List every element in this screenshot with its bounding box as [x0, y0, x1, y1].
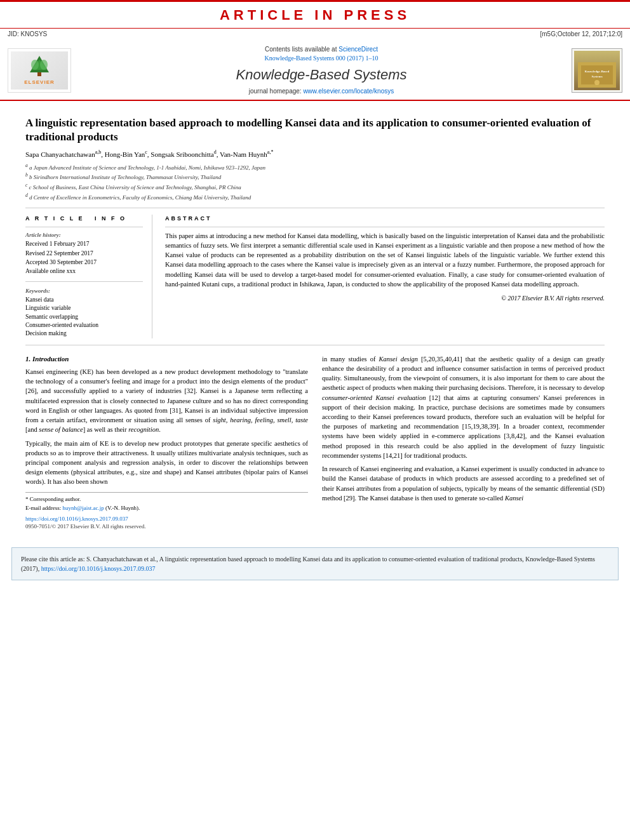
copyright-line: © 2017 Elsevier B.V. All rights reserved… [165, 294, 605, 303]
sciencedirect-link[interactable]: ScienceDirect [338, 46, 378, 53]
article-info-col: A R T I C L E I N F O Article history: R… [25, 215, 152, 338]
svg-point-3 [31, 60, 39, 70]
intro-para-2: Typically, the main aim of KE is to deve… [25, 439, 308, 487]
separator-2 [25, 345, 605, 345]
body-content: 1. Introduction Kansei engineering (KE) … [25, 354, 605, 531]
citation-line: Knowledge-Based Systems 000 (2017) 1–10 [79, 54, 564, 63]
citation-box: Please cite this article as: S. Chanyach… [11, 547, 619, 580]
paper-title: A linguistic representation based approa… [25, 116, 605, 144]
keyword-2: Linguistic variable [25, 304, 143, 312]
contents-prefix: Contents lists available at [265, 46, 338, 53]
journal-name: Knowledge-Based Systems [79, 65, 564, 85]
license-line: 0950-7051/© 2017 Elsevier B.V. All right… [25, 523, 308, 531]
intro-para-4: In research of Kansei engineering and ev… [322, 464, 605, 503]
svg-point-9 [594, 80, 600, 85]
body-two-col: 1. Introduction Kansei engineering (KE) … [25, 354, 605, 531]
elsevier-logo: ELSEVIER [8, 48, 71, 93]
journal-logo-icon: Knowledge-Based Systems [578, 62, 616, 88]
citation-doi-link[interactable]: https://doi.org/10.1016/j.knosys.2017.09… [41, 565, 156, 572]
keyword-5: Decision making [25, 330, 143, 338]
journal-homepage: journal homepage: www.elsevier.com/locat… [79, 87, 564, 96]
journal-title-center: Contents lists available at ScienceDirec… [79, 45, 564, 96]
separator-1 [25, 208, 605, 208]
journal-header: ELSEVIER Contents lists available at Sci… [0, 40, 630, 101]
abstract-separator [165, 227, 605, 227]
doi-link[interactable]: https://doi.org/10.1016/j.knosys.2017.09… [25, 516, 128, 522]
email-suffix: (V.-N. Huynh). [105, 505, 140, 511]
banner-title: ARTICLE IN PRESS [0, 6, 630, 25]
footnote-area: * Corresponding author. E-mail address: … [25, 492, 308, 512]
abstract-text: This paper aims at introducing a new met… [165, 231, 605, 289]
aff-b: b b Sirindhorn International Institute o… [25, 172, 605, 182]
keyword-3: Semantic overlapping [25, 313, 143, 321]
elsevier-logo-inner: ELSEVIER [11, 51, 68, 90]
svg-rect-0 [37, 72, 41, 76]
journal-logo-right: Knowledge-Based Systems [572, 48, 622, 93]
authors-line: Sapa Chanyachatchawana,b, Hong-Bin Yanc,… [25, 149, 605, 160]
homepage-prefix: journal homepage: [249, 88, 304, 95]
accepted-date: Accepted 30 September 2017 [25, 258, 143, 267]
page: ARTICLE IN PRESS JID: KNOSYS [m5G;Octobe… [0, 0, 630, 840]
jid-line: JID: KNOSYS [m5G;October 12, 2017;12:0] [0, 29, 630, 40]
jid-label: JID: KNOSYS [8, 30, 47, 39]
keywords-separator [25, 281, 143, 282]
elsevier-tree-icon [23, 55, 55, 77]
intro-para-3: in many studies of Kansei design [5,20,3… [322, 354, 605, 460]
elsevier-text: ELSEVIER [24, 79, 55, 86]
email-link[interactable]: huynh@jaist.ac.jp [62, 505, 104, 511]
intro-para-1: Kansei engineering (KE) has been develop… [25, 367, 308, 435]
homepage-link[interactable]: www.elsevier.com/locate/knosys [303, 88, 394, 95]
revised-date: Revised 22 September 2017 [25, 250, 143, 258]
keyword-1: Kansei data [25, 296, 143, 304]
abstract-col: ABSTRACT This paper aims at introducing … [165, 215, 605, 338]
aff-a: a a Japan Advanced Institute of Science … [25, 163, 605, 172]
footnote-email-line: E-mail address: huynh@jaist.ac.jp (V.-N.… [25, 504, 308, 512]
contents-line: Contents lists available at ScienceDirec… [79, 45, 564, 54]
body-col-right: in many studies of Kansei design [5,20,3… [322, 354, 605, 531]
article-history-label: Article history: [25, 231, 143, 239]
section1-heading: 1. Introduction [25, 354, 308, 364]
abstract-section-label: ABSTRACT [165, 215, 605, 223]
svg-point-4 [40, 60, 48, 70]
affiliations: a a Japan Advanced Institute of Science … [25, 163, 605, 201]
footnote-corresponding: * Corresponding author. [25, 495, 308, 503]
email-label: E-mail address: [25, 505, 61, 511]
meta-label: [m5G;October 12, 2017;12:0] [540, 30, 622, 39]
paper-content: A linguistic representation based approa… [0, 101, 630, 537]
keywords-label: Keywords: [25, 287, 143, 295]
received-date: Received 1 February 2017 [25, 240, 143, 248]
aff-d: d d Centre of Excellence in Econometrics… [25, 192, 605, 202]
authors-text: Sapa Chanyachatchawana,b, Hong-Bin Yanc,… [25, 150, 273, 158]
info-separator [25, 227, 143, 227]
article-info-abstract: A R T I C L E I N F O Article history: R… [25, 215, 605, 338]
journal-logo-right-inner: Knowledge-Based Systems [574, 51, 620, 90]
article-info-section-label: A R T I C L E I N F O [25, 215, 143, 223]
available-date: Available online xxx [25, 267, 143, 276]
doi-line: https://doi.org/10.1016/j.knosys.2017.09… [25, 515, 308, 523]
keyword-4: Consumer-oriented evaluation [25, 321, 143, 330]
article-in-press-banner: ARTICLE IN PRESS [0, 0, 630, 29]
svg-text:Systems: Systems [591, 75, 602, 78]
body-col-left: 1. Introduction Kansei engineering (KE) … [25, 354, 308, 531]
svg-text:Knowledge-Based: Knowledge-Based [585, 70, 610, 73]
aff-c: c c School of Business, East China Unive… [25, 182, 605, 192]
